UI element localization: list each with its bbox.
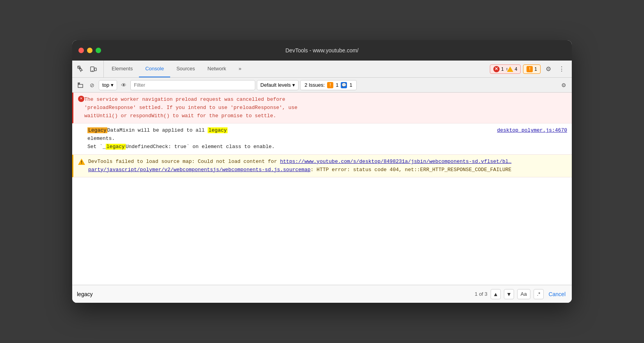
issue-icon: ! [527,66,533,72]
devtools-panel: Elements Console Sources Network » ✕ 1 [72,61,572,303]
console-content[interactable]: ✕ The service worker navigation preload … [72,93,572,285]
error-entry-icon: ✕ [78,96,84,102]
issues-chat-count: 1 [349,82,352,88]
warning-source-link[interactable]: https://www.youtube.com/s/desktop/849823… [88,159,511,173]
default-levels-arrow: ▾ [292,82,295,88]
cancel-search-button[interactable]: Cancel [547,291,567,297]
tab-elements[interactable]: Elements [105,61,139,77]
window-title: DevTools - www.youtube.com/ [285,47,359,54]
issue-badge[interactable]: ! 1 [523,64,541,74]
settings-button[interactable]: ⚙ [543,64,554,75]
warn-entry-icon [78,159,85,165]
device-toolbar-icon[interactable] [88,64,99,75]
highlight-legacy-orange: Legacy [87,127,107,133]
search-bar: 1 of 3 ▲ ▼ Aa .* Cancel [72,285,572,303]
issues-warn-count: 1 [336,82,338,88]
console-entry-info: LegacyDataMixin will be applied to all l… [72,123,572,154]
traffic-lights [78,48,101,53]
svg-rect-2 [94,68,96,71]
tab-more[interactable]: » [232,61,247,77]
info-entry-row1: LegacyDataMixin will be applied to all l… [87,127,567,135]
highlight-legacy-yellow: legacy [208,127,228,133]
warn-entry-text: DevTools failed to load source map: Coul… [88,158,567,174]
tabbar-right: ✕ 1 ! 4 ! 1 ⚙ ⋮ [490,61,572,77]
tab-sources[interactable]: Sources [170,61,201,77]
error-count: 1 [501,66,504,72]
block-icon[interactable]: ⊘ [87,80,97,90]
console-entry-error: ✕ The service worker navigation preload … [72,93,572,123]
warning-count: 4 [515,66,518,72]
filter-input[interactable] [130,80,255,90]
inspect-element-icon[interactable] [75,64,86,75]
devtools-window: DevTools - www.youtube.com/ [72,40,572,303]
tab-network[interactable]: Network [201,61,233,77]
match-case-button[interactable]: Aa [517,289,530,299]
minimize-button[interactable] [87,48,93,53]
info-entry-text2: elements. Set `_legacyUndefinedCheck: tr… [87,135,567,151]
issue-count: 1 [534,66,537,72]
tab-console[interactable]: Console [139,61,170,77]
issues-warn-icon: ! [327,82,333,88]
default-levels-dropdown[interactable]: Default levels ▾ [257,80,299,90]
clear-console-button[interactable] [75,80,85,90]
close-button[interactable] [78,48,84,53]
issues-text: 2 Issues: [304,82,325,88]
console-toolbar: ⊘ top ▾ 👁 Default levels ▾ 2 Issues: ! 1… [72,78,572,93]
context-label: top [102,82,109,88]
context-selector[interactable]: top ▾ [99,80,117,90]
regex-button[interactable]: .* [534,289,544,299]
dropdown-arrow: ▾ [111,82,114,88]
eye-icon[interactable]: 👁 [119,80,129,90]
issues-chat-icon: 💬 [341,82,347,88]
search-count: 1 of 3 [475,291,487,297]
console-entry-warning: DevTools failed to load source map: Coul… [72,155,572,178]
maximize-button[interactable] [96,48,101,53]
highlight-legacy-yellow2: legacy [106,144,126,150]
console-settings-button[interactable]: ⚙ [559,80,569,90]
issues-counter[interactable]: 2 Issues: ! 1 💬 1 [300,80,357,90]
search-prev-button[interactable]: ▲ [491,289,501,299]
search-next-button[interactable]: ▼ [504,289,514,299]
error-icon: ✕ [493,66,500,72]
more-options-button[interactable]: ⋮ [556,64,567,75]
titlebar: DevTools - www.youtube.com/ [72,40,572,61]
search-input[interactable] [77,291,471,297]
source-link[interactable]: desktop_polymer.js:4670 [497,127,567,135]
default-levels-label: Default levels [260,82,291,88]
error-badge[interactable]: ✕ 1 ! 4 [490,64,521,74]
tabbar-icons [75,61,104,77]
info-entry-main: LegacyDataMixin will be applied to all l… [87,127,567,151]
tabbar: Elements Console Sources Network » ✕ 1 [72,61,572,78]
tabbar-spacer [248,61,490,77]
info-entry-text: LegacyDataMixin will be applied to all l… [87,127,491,135]
error-entry-text: The service worker navigation preload re… [84,96,567,120]
